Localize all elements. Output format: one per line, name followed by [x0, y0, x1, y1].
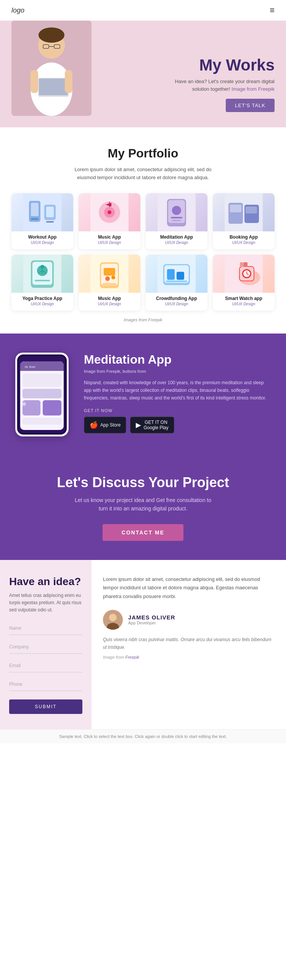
portfolio-description: Lorem ipsum dolor sit amet, consectetur … [71, 166, 215, 182]
hamburger-menu-icon[interactable]: ≡ [270, 5, 275, 15]
svg-point-40 [40, 265, 44, 269]
meditation-phone-mockup: Hi, Eve! [15, 353, 69, 436]
portfolio-item-type: UI/UX Design [11, 241, 73, 245]
portfolio-thumb-booking [213, 193, 275, 231]
portfolio-thumb-meditation [146, 193, 207, 231]
author-name: JAMES OLIVER [128, 614, 175, 621]
svg-rect-16 [31, 218, 39, 220]
portfolio-item-type: UI/UX Design [213, 302, 275, 306]
list-item[interactable]: Meditation App UI/UX Design [146, 193, 207, 249]
footer-note: Sample text. Click to select the text bo… [0, 729, 286, 743]
meditation-image-note: Image from Freepik, buttons from [84, 369, 271, 374]
portfolio-item-name: Smart Watch app [213, 296, 275, 301]
svg-rect-48 [104, 268, 115, 276]
app-store-label: App Store [100, 422, 121, 428]
svg-rect-78 [22, 418, 61, 425]
email-field[interactable] [9, 659, 82, 672]
svg-point-26 [172, 206, 181, 215]
svg-rect-4 [39, 79, 68, 95]
portfolio-item-name: Music App [79, 234, 140, 240]
author-info: JAMES OLIVER App Developer [128, 614, 175, 625]
portfolio-item-type: UI/UX Design [11, 302, 73, 306]
portfolio-thumb-music2 [79, 255, 140, 293]
portfolio-thumb-crowdfunding [146, 255, 207, 293]
svg-text:Hi, Eve!: Hi, Eve! [25, 365, 35, 369]
portfolio-thumb-smartwatch [213, 255, 275, 293]
list-item[interactable]: Crowdfunding App UI/UX Design [146, 255, 207, 311]
svg-rect-55 [167, 269, 175, 280]
apple-icon: 🍎 [90, 421, 98, 429]
list-item[interactable]: Yoga Practice App UI/UX Design [11, 255, 73, 311]
portfolio-thumb-music [79, 193, 140, 231]
svg-rect-57 [166, 281, 187, 282]
portfolio-title: My Portfolio [11, 146, 275, 160]
hero-title: My Works [99, 56, 275, 74]
idea-right-text: Lorem ipsum dolor sit amet, consectetur … [103, 575, 275, 600]
portfolio-item-name: Music App [79, 296, 140, 301]
avatar [103, 610, 123, 630]
meditation-section: Hi, Eve! Meditation App Image from Freep… [0, 334, 286, 456]
freepik-link[interactable]: Freepik [125, 655, 140, 659]
svg-rect-13 [31, 203, 39, 216]
name-field[interactable] [9, 622, 82, 635]
portfolio-section: My Portfolio Lorem ipsum dolor sit amet,… [0, 127, 286, 334]
list-item[interactable]: Workout App UI/UX Design [11, 193, 73, 249]
submit-button[interactable]: SUBMIT [9, 699, 82, 714]
svg-rect-5 [31, 70, 38, 93]
navbar: logo ≡ [0, 0, 286, 21]
svg-rect-74 [22, 374, 61, 387]
company-field[interactable] [9, 640, 82, 654]
svg-point-50 [111, 276, 115, 279]
testimonial-quote: Quis viverra nibh cras pulvinar mattis. … [103, 636, 275, 651]
meditation-description: Nispand, created with knowledge of over … [84, 379, 271, 402]
portfolio-item-name: Workout App [11, 234, 73, 240]
app-store-button[interactable]: 🍎 App Store [84, 417, 126, 433]
list-item[interactable]: Music App UI/UX Design [79, 193, 140, 249]
svg-rect-28 [172, 220, 181, 221]
portfolio-item-type: UI/UX Design [146, 241, 207, 245]
author-role: App Developer [128, 621, 175, 625]
portfolio-item-name: Booking App [213, 234, 275, 240]
svg-point-79 [22, 402, 26, 406]
footer-text: Sample text. Click to select the text bo… [59, 734, 227, 739]
discuss-section: Let's Discuss Your Project Let us know y… [0, 456, 286, 560]
svg-point-7 [39, 27, 64, 43]
list-item[interactable]: Smart Watch app UI/UX Design [213, 255, 275, 311]
svg-rect-35 [246, 215, 257, 218]
meditation-title: Meditation App [84, 353, 271, 367]
phone-field[interactable] [9, 678, 82, 691]
discuss-title: Let's Discuss Your Project [11, 475, 275, 491]
svg-rect-56 [177, 272, 184, 280]
portfolio-item-type: UI/UX Design [213, 241, 275, 245]
portfolio-item-type: UI/UX Design [79, 241, 140, 245]
lets-talk-button[interactable]: LET'S TALK [226, 99, 275, 112]
svg-rect-6 [65, 70, 72, 93]
hero-section: My Works Have an idea? Let's create your… [0, 21, 286, 127]
contact-form: SUBMIT [9, 622, 82, 714]
meditation-content: Meditation App Image from Freepik, butto… [84, 353, 271, 433]
svg-rect-34 [230, 214, 241, 218]
svg-rect-27 [171, 217, 182, 218]
idea-left-panel: Have an idea? Amet tellus cras adipiscin… [0, 560, 92, 729]
svg-rect-44 [35, 280, 50, 281]
idea-section: Have an idea? Amet tellus cras adipiscin… [0, 560, 286, 729]
hero-content: My Works Have an idea? Let's create your… [99, 56, 275, 116]
author-block: JAMES OLIVER App Developer [103, 610, 275, 630]
portfolio-item-type: UI/UX Design [146, 302, 207, 306]
portfolio-item-type: UI/UX Design [79, 302, 140, 306]
list-item[interactable]: Music App UI/UX Design [79, 255, 140, 311]
list-item[interactable]: Booking App UI/UX Design [213, 193, 275, 249]
svg-rect-17 [46, 221, 54, 223]
google-play-button[interactable]: ▶ GET IT ONGoogle Play [130, 417, 174, 433]
svg-rect-77 [43, 400, 61, 415]
portfolio-images-note: Images from Freepik [11, 318, 275, 322]
idea-title: Have an idea? [9, 575, 82, 588]
portfolio-thumb-yoga [11, 255, 73, 293]
portfolio-item-name: Meditation App [146, 234, 207, 240]
svg-rect-33 [246, 207, 257, 213]
get-it-label: GET IT NOW [84, 408, 271, 413]
idea-right-panel: Lorem ipsum dolor sit amet, consectetur … [92, 560, 286, 729]
play-icon: ▶ [136, 421, 141, 429]
portfolio-thumb-workout [11, 193, 73, 231]
contact-me-button[interactable]: CONTACT ME [103, 524, 183, 541]
